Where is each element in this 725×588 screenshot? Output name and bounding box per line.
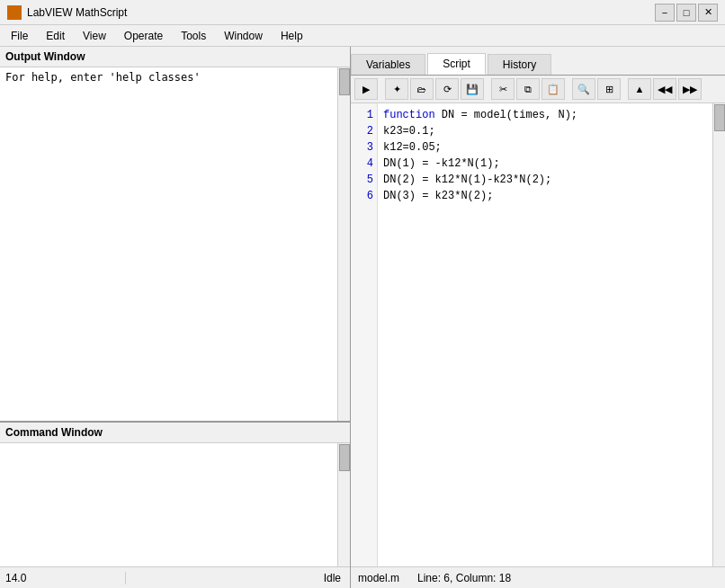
code-line-6: DN(3) = k23*N(2);	[383, 188, 720, 204]
script-toolbar: ▶ ✦ 🗁 ⟳ 💾 ✂ ⧉ 📋 🔍 ⊞ ▲ ◀◀ ▶▶	[351, 76, 725, 103]
output-scrollbar[interactable]	[337, 67, 350, 421]
new-button[interactable]: ✦	[385, 78, 408, 100]
title-bar: LabVIEW MathScript − □ ✕	[0, 0, 725, 25]
back-button[interactable]: ◀◀	[653, 78, 676, 100]
code-content: function DN = model(times, N); k23=0.1; …	[378, 103, 725, 566]
close-button[interactable]: ✕	[698, 4, 718, 22]
menu-window[interactable]: Window	[217, 28, 270, 44]
right-panel: Variables Script History ▶ ✦ 🗁 ⟳ 💾 ✂ ⧉ 📋…	[351, 47, 725, 588]
tab-bar: Variables Script History	[351, 47, 725, 76]
command-title: Command Window	[0, 423, 350, 443]
command-scrollbar-thumb[interactable]	[339, 444, 350, 471]
title-text: LabVIEW MathScript	[27, 6, 127, 19]
line-num-4: 4	[354, 156, 373, 172]
line-num-1: 1	[354, 107, 373, 123]
output-content: For help, enter 'help classes'	[0, 67, 350, 421]
menu-edit[interactable]: Edit	[39, 28, 72, 44]
tab-script[interactable]: Script	[427, 53, 486, 75]
version-label: 14.0	[0, 572, 126, 584]
command-scrollbar[interactable]	[337, 443, 350, 566]
script-area[interactable]: 1 2 3 4 5 6 function DN = model(times, N…	[351, 103, 725, 566]
command-window: Command Window	[0, 423, 350, 566]
output-title: Output Window	[0, 47, 350, 67]
title-bar-left: LabVIEW MathScript	[7, 5, 127, 20]
save-button[interactable]: 💾	[461, 78, 484, 100]
copy-button[interactable]: ⧉	[516, 78, 540, 100]
code-line-3: k12=0.05;	[383, 139, 720, 156]
open-button[interactable]: 🗁	[410, 78, 434, 100]
code-line-2: k23=0.1;	[383, 123, 720, 139]
output-text: For help, enter 'help classes'	[0, 67, 350, 87]
script-scrollbar[interactable]	[712, 103, 725, 566]
left-panel: Output Window For help, enter 'help clas…	[0, 47, 351, 588]
line-num-6: 6	[354, 188, 373, 204]
up-button[interactable]: ▲	[628, 78, 651, 100]
minimize-button[interactable]: −	[655, 4, 675, 22]
menu-file[interactable]: File	[4, 28, 35, 44]
filename-status: model.m	[358, 572, 399, 584]
run-button[interactable]: ▶	[354, 78, 378, 100]
tab-history[interactable]: History	[488, 54, 551, 75]
code-line-1: function DN = model(times, N);	[383, 107, 720, 123]
code-line-5: DN(2) = k12*N(1)-k23*N(2);	[383, 172, 720, 188]
status-bar-right: model.m Line: 6, Column: 18	[351, 566, 725, 588]
menu-bar: File Edit View Operate Tools Window Help	[0, 25, 725, 47]
command-content[interactable]	[0, 443, 350, 566]
idle-status: Idle	[126, 572, 350, 584]
code-line-4: DN(1) = -k12*N(1);	[383, 156, 720, 172]
line-numbers: 1 2 3 4 5 6	[351, 103, 378, 566]
cut-button[interactable]: ✂	[491, 78, 515, 100]
output-window: Output Window For help, enter 'help clas…	[0, 47, 350, 423]
grid-button[interactable]: ⊞	[597, 78, 621, 100]
line-num-3: 3	[354, 139, 373, 156]
forward-button[interactable]: ▶▶	[678, 78, 702, 100]
status-bar-left: 14.0 Idle	[0, 566, 350, 588]
tab-variables[interactable]: Variables	[351, 54, 425, 75]
menu-operate[interactable]: Operate	[117, 28, 170, 44]
position-status: Line: 6, Column: 18	[417, 572, 511, 584]
app-icon	[7, 5, 22, 20]
maximize-button[interactable]: □	[676, 4, 696, 22]
save-loop-button[interactable]: ⟳	[435, 78, 459, 100]
find-button[interactable]: 🔍	[572, 78, 595, 100]
menu-view[interactable]: View	[76, 28, 113, 44]
output-scrollbar-thumb[interactable]	[339, 68, 350, 95]
line-num-2: 2	[354, 123, 373, 139]
menu-help[interactable]: Help	[273, 28, 310, 44]
paste-button[interactable]: 📋	[542, 78, 565, 100]
title-bar-buttons: − □ ✕	[655, 4, 718, 22]
line-num-5: 5	[354, 172, 373, 188]
menu-tools[interactable]: Tools	[174, 28, 213, 44]
main-container: Output Window For help, enter 'help clas…	[0, 47, 725, 588]
script-scrollbar-thumb[interactable]	[714, 104, 725, 131]
